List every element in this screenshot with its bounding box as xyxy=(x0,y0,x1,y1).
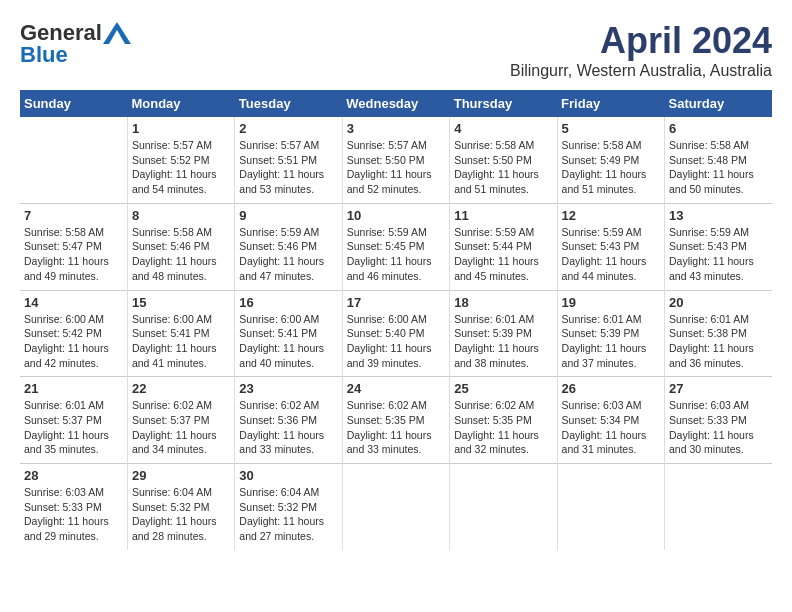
day-number: 29 xyxy=(132,468,230,483)
day-info: Sunrise: 5:59 AMSunset: 5:43 PMDaylight:… xyxy=(562,225,660,284)
calendar-cell xyxy=(450,464,557,550)
day-info: Sunrise: 6:00 AMSunset: 5:42 PMDaylight:… xyxy=(24,312,123,371)
calendar-cell: 4Sunrise: 5:58 AMSunset: 5:50 PMDaylight… xyxy=(450,117,557,203)
week-row-1: 1Sunrise: 5:57 AMSunset: 5:52 PMDaylight… xyxy=(20,117,772,203)
calendar-cell: 13Sunrise: 5:59 AMSunset: 5:43 PMDayligh… xyxy=(665,203,772,290)
calendar-table: SundayMondayTuesdayWednesdayThursdayFrid… xyxy=(20,90,772,550)
day-info: Sunrise: 6:03 AMSunset: 5:34 PMDaylight:… xyxy=(562,398,660,457)
header-saturday: Saturday xyxy=(665,90,772,117)
calendar-cell: 27Sunrise: 6:03 AMSunset: 5:33 PMDayligh… xyxy=(665,377,772,464)
day-info: Sunrise: 5:57 AMSunset: 5:52 PMDaylight:… xyxy=(132,138,230,197)
day-info: Sunrise: 5:57 AMSunset: 5:50 PMDaylight:… xyxy=(347,138,445,197)
day-info: Sunrise: 6:01 AMSunset: 5:39 PMDaylight:… xyxy=(454,312,552,371)
day-info: Sunrise: 5:58 AMSunset: 5:47 PMDaylight:… xyxy=(24,225,123,284)
day-info: Sunrise: 5:57 AMSunset: 5:51 PMDaylight:… xyxy=(239,138,337,197)
header-tuesday: Tuesday xyxy=(235,90,342,117)
title-block: April 2024 Bilingurr, Western Australia,… xyxy=(510,20,772,80)
day-number: 10 xyxy=(347,208,445,223)
calendar-cell: 3Sunrise: 5:57 AMSunset: 5:50 PMDaylight… xyxy=(342,117,449,203)
day-info: Sunrise: 6:02 AMSunset: 5:37 PMDaylight:… xyxy=(132,398,230,457)
day-info: Sunrise: 6:02 AMSunset: 5:36 PMDaylight:… xyxy=(239,398,337,457)
header-sunday: Sunday xyxy=(20,90,127,117)
day-info: Sunrise: 6:02 AMSunset: 5:35 PMDaylight:… xyxy=(347,398,445,457)
calendar-cell: 7Sunrise: 5:58 AMSunset: 5:47 PMDaylight… xyxy=(20,203,127,290)
day-number: 1 xyxy=(132,121,230,136)
week-row-3: 14Sunrise: 6:00 AMSunset: 5:42 PMDayligh… xyxy=(20,290,772,377)
day-number: 30 xyxy=(239,468,337,483)
day-number: 28 xyxy=(24,468,123,483)
calendar-cell: 25Sunrise: 6:02 AMSunset: 5:35 PMDayligh… xyxy=(450,377,557,464)
calendar-cell: 29Sunrise: 6:04 AMSunset: 5:32 PMDayligh… xyxy=(127,464,234,550)
day-number: 4 xyxy=(454,121,552,136)
calendar-cell: 10Sunrise: 5:59 AMSunset: 5:45 PMDayligh… xyxy=(342,203,449,290)
day-number: 23 xyxy=(239,381,337,396)
day-info: Sunrise: 5:59 AMSunset: 5:46 PMDaylight:… xyxy=(239,225,337,284)
day-number: 19 xyxy=(562,295,660,310)
day-number: 20 xyxy=(669,295,768,310)
day-number: 26 xyxy=(562,381,660,396)
calendar-cell xyxy=(20,117,127,203)
day-number: 9 xyxy=(239,208,337,223)
day-number: 13 xyxy=(669,208,768,223)
day-info: Sunrise: 6:01 AMSunset: 5:37 PMDaylight:… xyxy=(24,398,123,457)
calendar-cell: 5Sunrise: 5:58 AMSunset: 5:49 PMDaylight… xyxy=(557,117,664,203)
day-info: Sunrise: 6:03 AMSunset: 5:33 PMDaylight:… xyxy=(24,485,123,544)
day-number: 25 xyxy=(454,381,552,396)
week-row-2: 7Sunrise: 5:58 AMSunset: 5:47 PMDaylight… xyxy=(20,203,772,290)
day-number: 14 xyxy=(24,295,123,310)
day-number: 6 xyxy=(669,121,768,136)
day-info: Sunrise: 6:01 AMSunset: 5:39 PMDaylight:… xyxy=(562,312,660,371)
header-thursday: Thursday xyxy=(450,90,557,117)
day-info: Sunrise: 5:58 AMSunset: 5:49 PMDaylight:… xyxy=(562,138,660,197)
calendar-cell: 24Sunrise: 6:02 AMSunset: 5:35 PMDayligh… xyxy=(342,377,449,464)
location: Bilingurr, Western Australia, Australia xyxy=(510,62,772,80)
day-number: 3 xyxy=(347,121,445,136)
day-number: 27 xyxy=(669,381,768,396)
calendar-cell: 6Sunrise: 5:58 AMSunset: 5:48 PMDaylight… xyxy=(665,117,772,203)
calendar-cell: 2Sunrise: 5:57 AMSunset: 5:51 PMDaylight… xyxy=(235,117,342,203)
day-number: 16 xyxy=(239,295,337,310)
day-info: Sunrise: 6:00 AMSunset: 5:41 PMDaylight:… xyxy=(132,312,230,371)
calendar-cell: 21Sunrise: 6:01 AMSunset: 5:37 PMDayligh… xyxy=(20,377,127,464)
day-number: 7 xyxy=(24,208,123,223)
day-number: 8 xyxy=(132,208,230,223)
calendar-cell xyxy=(557,464,664,550)
calendar-cell: 8Sunrise: 5:58 AMSunset: 5:46 PMDaylight… xyxy=(127,203,234,290)
calendar-cell: 17Sunrise: 6:00 AMSunset: 5:40 PMDayligh… xyxy=(342,290,449,377)
calendar-cell: 14Sunrise: 6:00 AMSunset: 5:42 PMDayligh… xyxy=(20,290,127,377)
day-info: Sunrise: 6:00 AMSunset: 5:41 PMDaylight:… xyxy=(239,312,337,371)
day-number: 21 xyxy=(24,381,123,396)
logo: General Blue xyxy=(20,20,131,68)
day-info: Sunrise: 5:59 AMSunset: 5:44 PMDaylight:… xyxy=(454,225,552,284)
day-info: Sunrise: 6:04 AMSunset: 5:32 PMDaylight:… xyxy=(239,485,337,544)
calendar-cell: 30Sunrise: 6:04 AMSunset: 5:32 PMDayligh… xyxy=(235,464,342,550)
day-info: Sunrise: 6:02 AMSunset: 5:35 PMDaylight:… xyxy=(454,398,552,457)
day-info: Sunrise: 6:04 AMSunset: 5:32 PMDaylight:… xyxy=(132,485,230,544)
calendar-cell: 26Sunrise: 6:03 AMSunset: 5:34 PMDayligh… xyxy=(557,377,664,464)
day-info: Sunrise: 5:59 AMSunset: 5:43 PMDaylight:… xyxy=(669,225,768,284)
day-number: 5 xyxy=(562,121,660,136)
calendar-cell: 18Sunrise: 6:01 AMSunset: 5:39 PMDayligh… xyxy=(450,290,557,377)
calendar-cell: 20Sunrise: 6:01 AMSunset: 5:38 PMDayligh… xyxy=(665,290,772,377)
day-number: 15 xyxy=(132,295,230,310)
day-info: Sunrise: 5:59 AMSunset: 5:45 PMDaylight:… xyxy=(347,225,445,284)
logo-blue: Blue xyxy=(20,42,68,68)
day-info: Sunrise: 6:01 AMSunset: 5:38 PMDaylight:… xyxy=(669,312,768,371)
calendar-cell xyxy=(665,464,772,550)
day-info: Sunrise: 5:58 AMSunset: 5:48 PMDaylight:… xyxy=(669,138,768,197)
day-info: Sunrise: 6:00 AMSunset: 5:40 PMDaylight:… xyxy=(347,312,445,371)
calendar-cell xyxy=(342,464,449,550)
day-number: 24 xyxy=(347,381,445,396)
week-row-5: 28Sunrise: 6:03 AMSunset: 5:33 PMDayligh… xyxy=(20,464,772,550)
day-info: Sunrise: 5:58 AMSunset: 5:46 PMDaylight:… xyxy=(132,225,230,284)
header-wednesday: Wednesday xyxy=(342,90,449,117)
calendar-cell: 22Sunrise: 6:02 AMSunset: 5:37 PMDayligh… xyxy=(127,377,234,464)
header-monday: Monday xyxy=(127,90,234,117)
calendar-cell: 12Sunrise: 5:59 AMSunset: 5:43 PMDayligh… xyxy=(557,203,664,290)
logo-icon xyxy=(103,22,131,44)
calendar-cell: 1Sunrise: 5:57 AMSunset: 5:52 PMDaylight… xyxy=(127,117,234,203)
calendar-cell: 28Sunrise: 6:03 AMSunset: 5:33 PMDayligh… xyxy=(20,464,127,550)
calendar-cell: 23Sunrise: 6:02 AMSunset: 5:36 PMDayligh… xyxy=(235,377,342,464)
month-title: April 2024 xyxy=(510,20,772,62)
day-info: Sunrise: 6:03 AMSunset: 5:33 PMDaylight:… xyxy=(669,398,768,457)
